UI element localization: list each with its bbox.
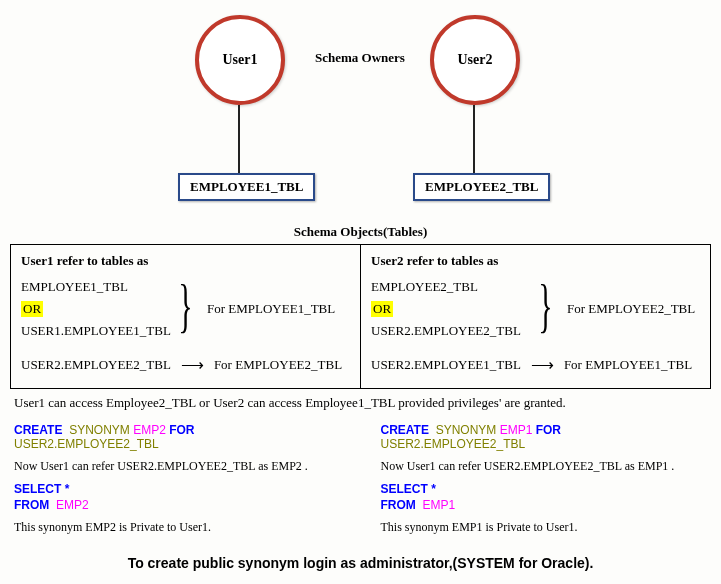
right-row3b: For EMPLOYEE1_TBL (564, 357, 692, 373)
kw-target: USER2.EMPLOYEE2_TBL (14, 437, 159, 451)
right-row2: USER2.EMPLOYEE2_TBL (371, 323, 521, 339)
kw-create: CREATE (14, 423, 62, 437)
kw-from-emp: EMP1 (423, 498, 456, 512)
schema-diagram: User1 User2 Schema Owners EMPLOYEE1_TBL … (10, 10, 711, 220)
right-row3a: USER2.EMPLOYEE1_TBL (371, 357, 521, 373)
left-now: Now User1 can refer USER2.EMPLOYEE2_TBL … (14, 459, 341, 474)
left-row3b: For EMPLOYEE2_TBL (214, 357, 342, 373)
code-left: CREATE SYNONYM EMP2 FOR USER2.EMPLOYEE2_… (14, 421, 341, 543)
kw-select: SELECT * (14, 482, 69, 496)
kw-from: FROM (381, 498, 416, 512)
right-private: This synonym EMP1 is Private to User1. (381, 520, 708, 535)
user1-circle: User1 (195, 15, 285, 105)
kw-for: FOR (169, 423, 194, 437)
schema-objects-label: Schema Objects(Tables) (10, 224, 711, 240)
user2-label: User2 (458, 52, 493, 68)
right-row1: EMPLOYEE2_TBL (371, 279, 478, 295)
left-or: OR (21, 301, 43, 317)
user1-label: User1 (223, 52, 258, 68)
right-now: Now User1 can refer USER2.EMPLOYEE2_TBL … (381, 459, 708, 474)
kw-synonym: SYNONYM (436, 423, 497, 437)
code-section: CREATE SYNONYM EMP2 FOR USER2.EMPLOYEE2_… (14, 421, 707, 543)
right-for1: For EMPLOYEE2_TBL (567, 301, 695, 317)
connector-2 (473, 105, 475, 173)
schema-owners-label: Schema Owners (315, 50, 405, 66)
reference-table: User1 refer to tables as EMPLOYEE1_TBL O… (10, 244, 711, 389)
left-column: User1 refer to tables as EMPLOYEE1_TBL O… (11, 245, 360, 388)
privilege-note: User1 can access Employee2_TBL or User2 … (14, 395, 707, 411)
right-column: User2 refer to tables as EMPLOYEE2_TBL O… (360, 245, 710, 388)
kw-for: FOR (536, 423, 561, 437)
employee2-tbl-label: EMPLOYEE2_TBL (425, 179, 538, 194)
kw-synonym: SYNONYM (69, 423, 130, 437)
kw-emp2: EMP2 (133, 423, 166, 437)
left-row1: EMPLOYEE1_TBL (21, 279, 128, 295)
employee1-tbl-box: EMPLOYEE1_TBL (178, 173, 315, 201)
right-title: User2 refer to tables as (371, 253, 700, 269)
left-for1: For EMPLOYEE1_TBL (207, 301, 335, 317)
arrow-icon: ⟶ (181, 355, 204, 374)
right-brace-icon: } (538, 275, 552, 335)
kw-emp1: EMP1 (500, 423, 533, 437)
footer-note: To create public synonym login as admini… (10, 555, 711, 571)
left-brace-icon: } (178, 275, 192, 335)
kw-from-emp: EMP2 (56, 498, 89, 512)
arrow-icon: ⟶ (531, 355, 554, 374)
right-or: OR (371, 301, 393, 317)
kw-select: SELECT * (381, 482, 436, 496)
kw-from: FROM (14, 498, 49, 512)
employee1-tbl-label: EMPLOYEE1_TBL (190, 179, 303, 194)
user2-circle: User2 (430, 15, 520, 105)
code-right: CREATE SYNONYM EMP1 FOR USER2.EMPLOYEE2_… (381, 421, 708, 543)
employee2-tbl-box: EMPLOYEE2_TBL (413, 173, 550, 201)
left-row2: USER1.EMPLOYEE1_TBL (21, 323, 171, 339)
connector-1 (238, 105, 240, 173)
left-title: User1 refer to tables as (21, 253, 350, 269)
left-row3a: USER2.EMPLOYEE2_TBL (21, 357, 171, 373)
kw-create: CREATE (381, 423, 429, 437)
left-private: This synonym EMP2 is Private to User1. (14, 520, 341, 535)
kw-target: USER2.EMPLOYEE2_TBL (381, 437, 526, 451)
